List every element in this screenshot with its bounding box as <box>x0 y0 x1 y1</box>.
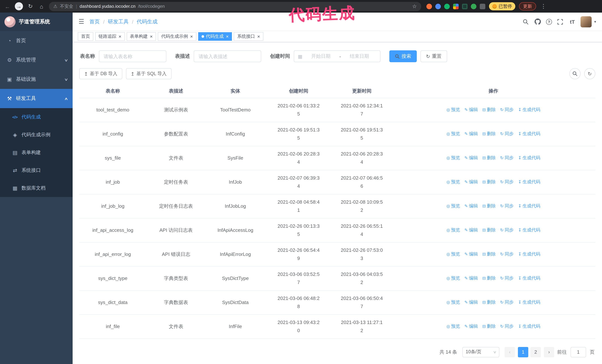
action-delete[interactable]: ⊟删除 <box>482 179 496 185</box>
close-icon[interactable]: × <box>257 34 260 39</box>
url-bar[interactable]: ⚠ 不安全 | dashboard.yudao.iocoder.cn/tool/… <box>49 2 421 11</box>
page-size-select[interactable]: 10条/页 ∨ <box>462 347 499 357</box>
next-page-button[interactable]: › <box>544 347 554 357</box>
action-generate[interactable]: ↧生成代码 <box>518 251 540 257</box>
header-search-icon[interactable] <box>522 18 530 26</box>
tab-system-api[interactable]: 系统接口× <box>234 32 263 41</box>
action-delete[interactable]: ⊟删除 <box>482 275 496 281</box>
import-db-button[interactable]: ↥ 基于 DB 导入 <box>79 68 122 79</box>
tab-form-builder[interactable]: 表单构建× <box>127 32 156 41</box>
font-size-icon[interactable]: tT <box>568 18 576 26</box>
table-name-input[interactable] <box>99 50 166 62</box>
close-icon[interactable]: × <box>190 34 193 39</box>
action-sync[interactable]: ↻同步 <box>500 155 514 161</box>
proxy-extension-icon[interactable] <box>426 3 432 9</box>
logo-area[interactable]: 芋道管理系统 <box>0 13 73 31</box>
sidebar-subitem-form-builder[interactable]: ▤表单构建 <box>0 144 73 161</box>
page-button-2[interactable]: 2 <box>530 347 541 357</box>
reset-button[interactable]: ↻ 重置 <box>420 50 447 62</box>
action-preview[interactable]: ◎预览 <box>446 227 460 233</box>
bookmark-star-icon[interactable]: ☆ <box>412 3 417 9</box>
action-generate[interactable]: ↧生成代码 <box>518 107 540 113</box>
close-icon[interactable]: × <box>226 34 229 39</box>
fullscreen-icon[interactable] <box>556 18 564 26</box>
sidebar-subitem-codegen[interactable]: </>代码生成 <box>0 108 73 126</box>
vue-devtools-extension-icon[interactable] <box>444 3 450 9</box>
action-edit[interactable]: ✎编辑 <box>464 107 478 113</box>
action-preview[interactable]: ◎预览 <box>446 179 460 185</box>
action-edit[interactable]: ✎编辑 <box>464 227 478 233</box>
action-sync[interactable]: ↻同步 <box>500 299 514 305</box>
hamburger-icon[interactable]: ☰ <box>78 18 84 26</box>
sidebar-subitem-db-doc[interactable]: ▦数据库文档 <box>0 179 73 197</box>
user-avatar[interactable] <box>580 16 592 27</box>
breadcrumb-item-2[interactable]: 代码生成 <box>137 18 157 25</box>
home-button[interactable]: ⌂ <box>38 3 45 10</box>
sidebar-item-system-management[interactable]: ⚙系统管理∨ <box>0 50 73 70</box>
reload-button[interactable]: ↻ <box>27 3 34 10</box>
action-edit[interactable]: ✎编辑 <box>464 323 478 330</box>
action-edit[interactable]: ✎编辑 <box>464 275 478 281</box>
action-generate[interactable]: ↧生成代码 <box>518 299 540 305</box>
action-preview[interactable]: ◎预览 <box>446 155 460 161</box>
action-generate[interactable]: ↧生成代码 <box>518 227 540 233</box>
date-range-picker[interactable]: ▦ 开始日期 - 结束日期 <box>294 50 380 62</box>
sidebar-item-dev-tools[interactable]: ⚒研发工具∧ <box>0 89 73 108</box>
action-generate[interactable]: ↧生成代码 <box>518 179 540 185</box>
action-edit[interactable]: ✎编辑 <box>464 155 478 161</box>
action-generate[interactable]: ↧生成代码 <box>518 131 540 137</box>
breadcrumb-item-0[interactable]: 首页 <box>89 18 100 25</box>
action-generate[interactable]: ↧生成代码 <box>518 203 540 209</box>
breadcrumb-item-1[interactable]: 研发工具 <box>108 18 129 25</box>
sidebar-subitem-system-api[interactable]: ⇄系统接口 <box>0 161 73 179</box>
tab-codegen[interactable]: 代码生成× <box>198 32 232 41</box>
prev-page-button[interactable]: ‹ <box>505 347 515 357</box>
sidebar-subitem-codegen-example[interactable]: ◈代码生成示例 <box>0 126 73 144</box>
action-preview[interactable]: ◎预览 <box>446 107 460 113</box>
chrome-menu-icon[interactable]: ⋮ <box>540 3 547 10</box>
action-delete[interactable]: ⊟删除 <box>482 155 496 161</box>
action-generate[interactable]: ↧生成代码 <box>518 275 540 281</box>
leaf-extension-icon[interactable] <box>471 3 476 9</box>
capture-extension-icon[interactable] <box>462 3 468 9</box>
action-edit[interactable]: ✎编辑 <box>464 203 478 209</box>
caret-down-icon[interactable]: ▾ <box>594 20 596 24</box>
action-edit[interactable]: ✎编辑 <box>464 131 478 137</box>
action-delete[interactable]: ⊟删除 <box>482 131 496 137</box>
action-sync[interactable]: ↻同步 <box>500 275 514 281</box>
action-sync[interactable]: ↻同步 <box>500 179 514 185</box>
sidebar-item-home[interactable]: ◔首页 <box>0 31 73 50</box>
back-button[interactable]: ← <box>4 3 11 10</box>
action-preview[interactable]: ◎预览 <box>446 275 460 281</box>
action-edit[interactable]: ✎编辑 <box>464 251 478 257</box>
goto-page-input[interactable] <box>570 347 586 357</box>
action-preview[interactable]: ◎预览 <box>446 251 460 257</box>
action-sync[interactable]: ↻同步 <box>500 203 514 209</box>
close-icon[interactable]: × <box>150 34 153 39</box>
action-preview[interactable]: ◎预览 <box>446 131 460 137</box>
action-delete[interactable]: ⊟删除 <box>482 299 496 305</box>
search-button[interactable]: 搜索 <box>389 50 417 62</box>
action-sync[interactable]: ↻同步 <box>500 227 514 233</box>
action-generate[interactable]: ↧生成代码 <box>518 323 540 330</box>
sidebar-item-infrastructure[interactable]: ▣基础设施∨ <box>0 70 73 89</box>
github-icon[interactable] <box>534 18 542 26</box>
action-delete[interactable]: ⊟删除 <box>482 251 496 257</box>
blue-extension-icon[interactable] <box>435 3 441 9</box>
action-edit[interactable]: ✎编辑 <box>464 299 478 305</box>
toggle-search-button[interactable] <box>570 68 580 79</box>
action-preview[interactable]: ◎预览 <box>446 323 460 330</box>
action-delete[interactable]: ⊟删除 <box>482 227 496 233</box>
extensions-puzzle-icon[interactable] <box>480 3 485 9</box>
tab-codegen-example[interactable]: 代码生成示例× <box>158 32 196 41</box>
import-sql-button[interactable]: ↥ 基于 SQL 导入 <box>126 68 172 79</box>
action-sync[interactable]: ↻同步 <box>500 323 514 330</box>
grid-extension-icon[interactable] <box>453 3 459 9</box>
close-icon[interactable]: × <box>118 34 121 39</box>
help-icon[interactable]: ? <box>546 19 552 25</box>
paused-badge[interactable]: 已暂停 <box>489 2 515 10</box>
action-delete[interactable]: ⊟删除 <box>482 203 496 209</box>
update-button[interactable]: 更新 <box>519 2 536 10</box>
action-preview[interactable]: ◎预览 <box>446 203 460 209</box>
page-button-1[interactable]: 1 <box>518 347 528 357</box>
